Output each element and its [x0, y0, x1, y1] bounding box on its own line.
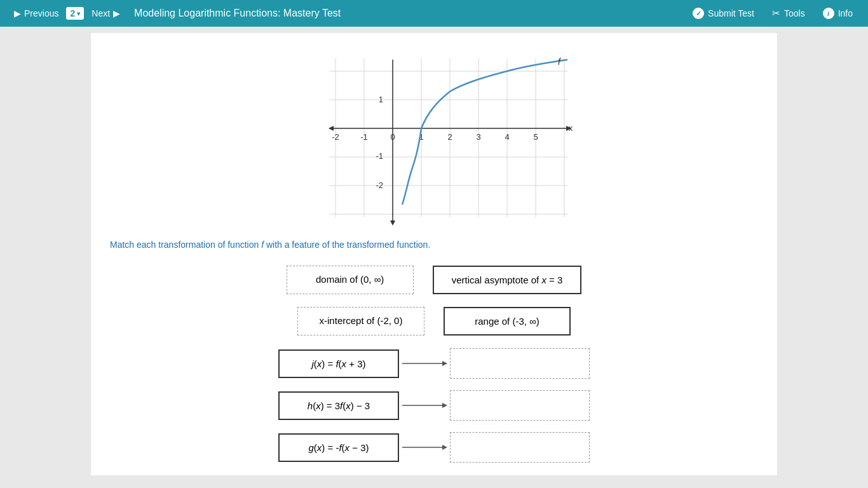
main-content: -2 -1 0 1 2 3 4 5 x 1 -1 -2 f Match each…: [91, 33, 777, 475]
feature-box-asymptote[interactable]: vertical asymptote of x = 3: [433, 266, 582, 294]
svg-marker-34: [442, 361, 447, 366]
tools-button[interactable]: ✂ Tools: [763, 0, 814, 27]
transform-row-j: j(x) = f(x + 3): [278, 348, 590, 379]
arrow-j: [399, 348, 450, 379]
equation-g: g(x) = -f(x − 3): [278, 433, 399, 462]
svg-marker-38: [442, 445, 447, 450]
svg-marker-19: [329, 126, 334, 131]
footer: © 2024 Edmentum. All rights reserved.: [0, 482, 868, 488]
answer-box-g[interactable]: [450, 432, 590, 463]
previous-button[interactable]: ▶ Previous: [6, 0, 66, 27]
svg-text:-2: -2: [376, 180, 383, 190]
instruction-text-after: with a feature of the transformed functi…: [264, 240, 430, 250]
svg-text:4: 4: [505, 132, 509, 142]
feature-box-range[interactable]: range of (-3, ∞): [444, 307, 571, 336]
equation-j: j(x) = f(x + 3): [278, 349, 399, 378]
previous-label: Previous: [24, 8, 58, 18]
transform-rows: j(x) = f(x + 3) h(x) = 3f(x) − 3: [110, 348, 758, 463]
svg-text:0: 0: [390, 132, 395, 142]
submit-icon: ✓: [693, 8, 704, 19]
previous-icon: ▶: [14, 8, 21, 18]
next-label: Next: [92, 8, 110, 18]
question-number: 2: [70, 8, 75, 18]
instruction-text-before: Match each transformation of function: [110, 240, 261, 250]
dropdown-icon: ▾: [77, 10, 80, 17]
svg-text:2: 2: [447, 132, 452, 142]
svg-marker-36: [442, 403, 447, 408]
info-label: Info: [838, 8, 853, 18]
svg-text:-1: -1: [376, 151, 383, 161]
question-number-badge[interactable]: 2 ▾: [66, 7, 84, 20]
next-button[interactable]: Next ▶: [84, 0, 128, 27]
arrow-g: [399, 432, 450, 463]
next-icon: ▶: [113, 8, 120, 18]
submit-label: Submit Test: [708, 8, 754, 18]
graph-svg: -2 -1 0 1 2 3 4 5 x 1 -1 -2 f: [294, 46, 574, 230]
feature-box-domain[interactable]: domain of (0, ∞): [287, 266, 414, 294]
answer-box-j[interactable]: [450, 348, 590, 379]
svg-text:x: x: [569, 123, 573, 133]
svg-text:3: 3: [476, 132, 480, 142]
header: ▶ Previous 2 ▾ Next ▶ Modeling Logarithm…: [0, 0, 868, 27]
svg-text:-1: -1: [360, 132, 368, 142]
info-icon: i: [823, 8, 834, 19]
submit-test-button[interactable]: ✓ Submit Test: [684, 0, 763, 27]
svg-text:5: 5: [533, 132, 538, 142]
info-button[interactable]: i Info: [814, 0, 862, 27]
tools-icon: ✂: [772, 8, 780, 19]
transform-row-h: h(x) = 3f(x) − 3: [278, 390, 590, 421]
svg-marker-18: [390, 220, 395, 226]
header-right-actions: ✓ Submit Test ✂ Tools i Info: [684, 0, 862, 27]
tools-label: Tools: [784, 8, 805, 18]
answer-box-h[interactable]: [450, 390, 590, 421]
page-title: Modeling Logarithmic Functions: Mastery …: [128, 8, 684, 19]
graph-container: -2 -1 0 1 2 3 4 5 x 1 -1 -2 f: [110, 46, 758, 230]
equation-h: h(x) = 3f(x) − 3: [278, 391, 399, 420]
transform-row-g: g(x) = -f(x − 3): [278, 432, 590, 463]
feature-box-xintercept[interactable]: x-intercept of (-2, 0): [297, 307, 424, 336]
feature-row-2: x-intercept of (-2, 0) range of (-3, ∞): [110, 307, 758, 336]
svg-text:1: 1: [379, 95, 383, 104]
feature-row-1: domain of (0, ∞) vertical asymptote of x…: [110, 266, 758, 294]
arrow-h: [399, 390, 450, 421]
svg-text:-2: -2: [332, 132, 339, 142]
instruction-text: Match each transformation of function f …: [110, 240, 758, 250]
svg-text:f: f: [558, 57, 562, 67]
